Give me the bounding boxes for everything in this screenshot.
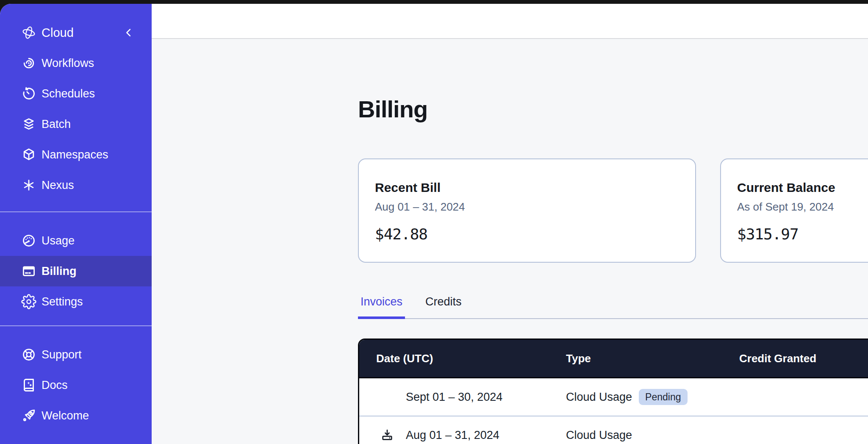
billing-card-icon (21, 264, 36, 279)
page-title: Billing (358, 97, 868, 122)
column-header-type: Type (566, 352, 739, 365)
main-area: Billing Recent Bill Aug 01 – 31, 2024 $4… (152, 4, 868, 444)
current-balance-title: Current Balance (737, 180, 868, 196)
sidebar-item-docs[interactable]: Docs (0, 370, 152, 400)
welcome-rocket-icon (21, 408, 36, 423)
brand-label: Cloud (42, 26, 74, 40)
current-balance-card: Current Balance As of Sept 19, 2024 $315… (720, 158, 868, 263)
batch-layers-icon (21, 117, 36, 132)
sidebar-item-label: Batch (42, 118, 71, 131)
workflows-icon (21, 56, 36, 71)
sidebar-item-label: Support (42, 348, 82, 361)
sidebar-item-welcome[interactable]: Welcome (0, 400, 152, 431)
sidebar-brand-cloud[interactable]: Cloud (0, 17, 152, 48)
sidebar-item-batch[interactable]: Batch (0, 109, 152, 139)
table-row: Aug 01 – 31, 2024 Cloud Usage (359, 416, 868, 444)
sidebar-item-nexus[interactable]: Nexus (0, 170, 152, 200)
nexus-asterisk-icon (21, 178, 36, 193)
top-bar (152, 4, 868, 39)
sidebar-item-support[interactable]: Support (0, 339, 152, 370)
column-header-date: Date (UTC) (359, 352, 566, 365)
sidebar-item-label: Namespaces (42, 148, 108, 161)
content-area: Billing Recent Bill Aug 01 – 31, 2024 $4… (152, 39, 868, 444)
tab-credits[interactable]: Credits (423, 295, 464, 319)
schedules-icon (21, 86, 36, 101)
temporal-logo-icon (21, 25, 36, 40)
sidebar-item-schedules[interactable]: Schedules (0, 78, 152, 109)
invoice-date: Aug 01 – 31, 2024 (406, 429, 499, 442)
table-row: Sept 01 – 30, 2024 Cloud Usage Pending (359, 378, 868, 416)
app-window: Cloud Workflows (0, 4, 868, 444)
collapse-sidebar-icon[interactable] (123, 27, 135, 39)
download-invoice-button[interactable] (380, 428, 406, 442)
namespaces-cube-icon (21, 147, 36, 162)
settings-gear-icon (21, 294, 36, 309)
tab-invoices[interactable]: Invoices (358, 295, 405, 319)
sidebar-item-label: Docs (42, 379, 68, 392)
billing-tabs: Invoices Credits (358, 295, 868, 319)
sidebar-item-label: Nexus (42, 179, 74, 192)
summary-cards: Recent Bill Aug 01 – 31, 2024 $42.88 Cur… (358, 158, 868, 263)
status-badge: Pending (639, 389, 687, 405)
sidebar-item-label: Billing (42, 265, 77, 278)
download-icon (380, 428, 394, 442)
sidebar-item-billing[interactable]: Billing (0, 256, 152, 286)
sidebar-item-label: Schedules (42, 87, 95, 100)
recent-bill-amount: $42.88 (375, 225, 679, 243)
invoice-type: Cloud Usage (566, 391, 632, 404)
current-balance-date: As of Sept 19, 2024 (737, 200, 868, 214)
sidebar-item-workflows[interactable]: Workflows (0, 48, 152, 78)
recent-bill-title: Recent Bill (375, 180, 679, 196)
sidebar-item-settings[interactable]: Settings (0, 286, 152, 317)
current-balance-amount: $315.97 (737, 225, 868, 243)
support-lifebuoy-icon (21, 347, 36, 362)
sidebar-item-namespaces[interactable]: Namespaces (0, 139, 152, 170)
sidebar-item-label: Workflows (42, 57, 94, 70)
invoice-type: Cloud Usage (566, 429, 632, 442)
recent-bill-card: Recent Bill Aug 01 – 31, 2024 $42.88 (358, 158, 696, 263)
sidebar: Cloud Workflows (0, 4, 152, 444)
sidebar-item-label: Settings (42, 295, 83, 308)
sidebar-item-label: Usage (42, 234, 75, 247)
invoice-date: Sept 01 – 30, 2024 (406, 391, 502, 404)
sidebar-divider (0, 325, 152, 326)
recent-bill-period: Aug 01 – 31, 2024 (375, 200, 679, 214)
docs-book-icon (21, 377, 36, 393)
table-header-row: Date (UTC) Type Credit Granted (359, 340, 868, 378)
invoices-table: Date (UTC) Type Credit Granted Sept 01 –… (358, 339, 868, 444)
usage-gauge-icon (21, 233, 36, 248)
sidebar-item-label: Welcome (42, 409, 89, 422)
column-header-credit-granted: Credit Granted (739, 352, 868, 365)
sidebar-item-usage[interactable]: Usage (0, 225, 152, 256)
sidebar-divider (0, 211, 152, 212)
